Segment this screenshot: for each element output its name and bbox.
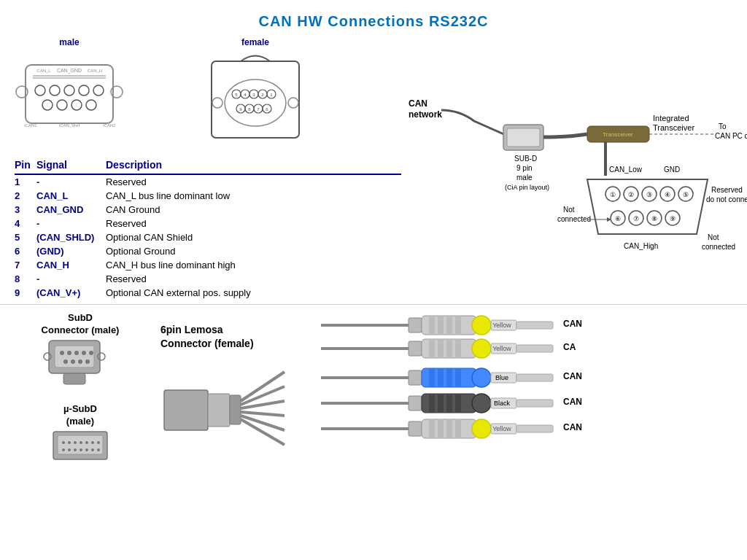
svg-point-90	[74, 351, 79, 355]
table-row: 9 (CAN_V+) Optional CAN external pos. su…	[15, 286, 401, 300]
table-row: 8 - Reserved	[15, 272, 401, 286]
svg-text:iCAN2: iCAN2	[103, 123, 116, 128]
svg-point-7	[50, 85, 60, 96]
svg-point-21	[225, 79, 286, 126]
svg-rect-174	[409, 421, 422, 436]
svg-text:CAN PC card: CAN PC card	[715, 132, 747, 140]
svg-text:⑥: ⑥	[615, 215, 621, 222]
svg-point-104	[74, 441, 77, 444]
svg-point-89	[67, 351, 71, 355]
svg-text:CAN_H: CAN_H	[88, 69, 102, 73]
pin-signal: (CAN_V+)	[36, 286, 106, 300]
male-db9-diagram: CAN_GND CAN_L CAN_H iCAN1 iC	[15, 50, 124, 134]
lemosa-ends-diagram: Yellow CAN Yellow CA	[321, 312, 605, 443]
svg-point-96	[85, 359, 90, 364]
pin-table: Pin Signal Description 1 - Reserved 2 CA…	[15, 156, 401, 300]
subd-male-diagram	[42, 337, 107, 388]
svg-point-107	[91, 441, 94, 444]
svg-point-88	[60, 351, 64, 355]
svg-text:⑦: ⑦	[633, 215, 639, 222]
svg-line-122	[241, 412, 285, 416]
svg-text:iCAN1: iCAN1	[24, 123, 37, 128]
svg-rect-153	[438, 368, 444, 387]
svg-text:network: network	[409, 109, 442, 120]
svg-text:③: ③	[646, 191, 652, 198]
svg-text:9 pin: 9 pin	[516, 164, 533, 172]
pin-number: 8	[15, 272, 36, 286]
right-diagram: CAN network SUB-D 9 pin male (CiA pin la…	[401, 37, 747, 263]
svg-rect-179	[455, 419, 461, 438]
svg-text:Integrated: Integrated	[653, 114, 689, 122]
pin-description: Optional CAN external pos. supply	[106, 286, 401, 300]
svg-point-95	[78, 359, 82, 364]
svg-text:connected: connected	[702, 243, 735, 251]
svg-point-94	[71, 359, 75, 364]
svg-text:9: 9	[239, 107, 242, 112]
lemosa-connector-title: 6pin LemosaConnector (female)	[160, 323, 254, 351]
svg-text:connected: connected	[557, 215, 591, 223]
svg-rect-183	[516, 425, 553, 432]
pin-signal: -	[36, 217, 106, 230]
svg-rect-154	[446, 368, 452, 387]
svg-point-156	[472, 368, 491, 387]
table-row: 4 - Reserved	[15, 217, 401, 230]
svg-rect-167	[455, 394, 461, 413]
svg-text:4: 4	[244, 93, 247, 97]
svg-rect-147	[516, 345, 553, 352]
svg-point-14	[86, 100, 96, 110]
svg-text:1: 1	[270, 93, 273, 97]
svg-point-111	[74, 448, 77, 451]
svg-rect-142	[446, 339, 452, 358]
pin-number: 2	[15, 189, 36, 203]
svg-rect-128	[429, 316, 435, 335]
svg-text:iCAN_Vref: iCAN_Vref	[59, 123, 80, 128]
svg-rect-152	[429, 368, 435, 387]
signal-col-header: Signal	[36, 156, 106, 174]
svg-text:To: To	[719, 122, 727, 131]
svg-rect-143	[455, 339, 461, 358]
svg-point-91	[82, 351, 86, 355]
svg-rect-0	[26, 65, 113, 123]
svg-point-103	[68, 441, 71, 444]
svg-text:5: 5	[235, 93, 238, 97]
svg-text:Not: Not	[708, 233, 719, 241]
svg-rect-150	[409, 370, 422, 385]
svg-rect-117	[208, 394, 230, 427]
svg-point-115	[97, 448, 100, 451]
svg-text:2: 2	[261, 93, 264, 97]
female-label: female	[241, 37, 269, 47]
pin-number: 4	[15, 217, 36, 230]
svg-text:3: 3	[252, 93, 255, 97]
svg-text:CAN_High: CAN_High	[624, 242, 658, 250]
svg-text:①: ①	[610, 191, 616, 198]
table-row: 3 CAN_GND CAN Ground	[15, 203, 401, 217]
svg-text:Yellow: Yellow	[492, 345, 511, 352]
svg-rect-162	[409, 396, 422, 411]
lemosa-connector-diagram	[160, 357, 299, 463]
svg-text:6: 6	[266, 107, 268, 112]
svg-text:Not: Not	[563, 206, 575, 214]
svg-text:Yellow: Yellow	[492, 322, 511, 329]
svg-rect-116	[164, 390, 208, 430]
table-row: 2 CAN_L CAN_L bus line dominant low	[15, 189, 401, 203]
svg-point-144	[472, 339, 491, 358]
pin-number: 3	[15, 203, 36, 217]
pin-signal: (CAN_SHLD)	[36, 230, 106, 244]
svg-point-11	[42, 100, 53, 110]
svg-rect-135	[516, 322, 553, 329]
svg-rect-155	[455, 368, 461, 387]
svg-rect-131	[455, 316, 461, 335]
svg-point-112	[80, 448, 82, 451]
microsubd-title: µ-SubD(male)	[47, 403, 113, 428]
svg-text:⑨: ⑨	[670, 215, 676, 222]
svg-text:Black: Black	[494, 400, 511, 407]
svg-rect-99	[63, 373, 85, 384]
svg-rect-177	[438, 419, 444, 438]
svg-point-13	[71, 100, 82, 110]
svg-rect-118	[230, 395, 241, 424]
svg-text:Blue: Blue	[495, 374, 508, 381]
svg-rect-165	[438, 394, 444, 413]
svg-rect-129	[438, 316, 444, 335]
table-row: 7 CAN_H CAN_H bus line dominant high	[15, 258, 401, 272]
pin-col-header: Pin	[15, 156, 36, 174]
